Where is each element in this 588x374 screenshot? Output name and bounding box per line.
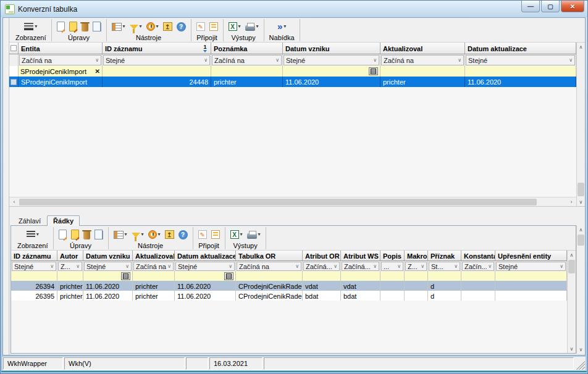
filter-operator[interactable]: Začíná na∨ [133,261,175,272]
column-header[interactable]: Tabulka OR [236,251,303,261]
column-header[interactable]: Makro [405,251,428,261]
filter-operator[interactable]: ...∨ [380,261,405,272]
edit-record-button[interactable] [69,22,77,31]
vertical-scrollbar[interactable]: ∧ ∨ [567,251,576,353]
transfer-button[interactable]: ↥ [165,230,174,239]
filter-operator-aktualizoval[interactable]: Začíná na∨ [380,54,465,66]
column-header-datum-aktualizace[interactable]: Datum aktualizace [465,43,576,54]
column-header[interactable]: Atribut OR [303,251,341,261]
column-header-id-zaznamu[interactable]: ID záznamu 1 [103,43,211,54]
attach-list-button[interactable] [209,22,218,31]
filter-button[interactable]: ▾ [132,232,144,238]
filter-button[interactable]: ▾ [130,24,142,30]
filter-value-poznamka[interactable] [211,66,283,77]
excel-export-button[interactable]: X▾ [229,22,241,31]
title-bar[interactable]: Konverzní tabulka — ▢ ✕ [1,1,587,17]
scroll-up-icon[interactable]: ∧ [577,225,585,234]
print-button[interactable]: ▾ [245,22,259,31]
filter-value[interactable] [175,272,236,281]
filter-operator[interactable]: Z...∨ [57,261,83,272]
filter-value[interactable] [11,272,57,281]
transfer-button[interactable]: ↥ [163,22,172,31]
column-header-aktualizoval[interactable]: Aktualizoval [380,43,465,54]
filter-operator[interactable]: Stejné∨ [495,261,567,272]
filter-operator[interactable]: Začíná...∨ [341,261,380,272]
resize-grip[interactable] [575,357,585,370]
filter-operator[interactable]: Začíná...∨ [303,261,341,272]
scrollbar-thumb[interactable] [578,183,584,196]
column-header[interactable]: Popis [380,251,405,261]
column-header[interactable]: Atribut WS [341,251,380,261]
scroll-right-icon[interactable]: › [566,197,576,206]
copy-record-button[interactable] [94,230,103,239]
attach-list-button[interactable] [211,230,220,239]
column-header[interactable]: ID záznamu [11,251,57,261]
tab-radky[interactable]: Řádky [47,215,80,226]
copy-record-button[interactable] [93,22,101,31]
help-button[interactable]: ? [178,230,188,239]
edit-record-button[interactable] [71,230,79,239]
filter-value-datum-vzniku[interactable] [283,66,380,77]
column-header[interactable]: Upřesnění entity [495,251,567,261]
filter-value[interactable] [303,272,341,281]
row-checkbox[interactable] [9,77,19,87]
calendar-picker-button[interactable] [224,272,233,280]
calendar-picker-button[interactable] [121,272,130,280]
filter-value-id[interactable] [103,66,211,77]
filter-operator-datum-vzniku[interactable]: Stejné∨ [283,54,380,66]
maximize-button[interactable]: ▢ [541,1,560,12]
filter-value[interactable] [380,272,405,281]
filter-operator[interactable]: St...∨ [428,261,461,272]
filter-operator-datum-aktualizace[interactable]: Stejné∨ [465,54,576,66]
filter-value[interactable] [133,272,175,281]
help-button[interactable]: ? [177,22,186,31]
table-row[interactable]: 26394 prichter 11.06.2020 prichter 11.06… [11,281,567,291]
filter-value-aktualizoval[interactable] [380,66,465,77]
column-header[interactable]: Datum aktualizace [175,251,236,261]
tab-zahlavi[interactable]: Záhlaví [12,215,47,226]
panel-scrollbar[interactable]: ∧ ∨ [576,225,585,354]
filter-value-datum-aktualizace[interactable] [465,66,576,77]
filter-operator-poznamka[interactable]: Začíná na∨ [211,54,283,66]
vertical-scrollbar[interactable]: ∧ ∨ [576,43,585,206]
scroll-down-icon[interactable]: ∨ [577,197,585,206]
filter-value[interactable] [461,272,495,281]
attach-edit-button[interactable]: ✎ [196,22,205,31]
new-record-button[interactable] [59,230,67,239]
column-header[interactable]: Konstanta [461,251,495,261]
view-dropdown-button[interactable]: ▾ [27,231,39,238]
column-header[interactable]: Aktualizoval [133,251,175,261]
filter-value[interactable] [236,272,303,281]
print-button[interactable]: ▾ [247,230,261,239]
table-row[interactable]: SProdejniCenikImport 24448 prichter 11.0… [9,77,576,87]
table-settings-button[interactable]: ▾ [112,23,125,31]
scroll-down-icon[interactable]: ∨ [577,345,585,354]
filter-value[interactable] [83,272,133,281]
scroll-up-icon[interactable]: ∧ [568,251,576,259]
select-all-checkbox[interactable] [9,43,19,54]
column-header[interactable]: Autor [57,251,83,261]
filter-operator[interactable]: Stejné∨ [11,261,57,272]
column-header-entita[interactable]: Entita [19,43,103,54]
filter-value[interactable] [341,272,380,281]
actions-button[interactable]: ▾ [146,22,159,31]
excel-export-button[interactable]: X▾ [230,230,243,239]
filter-operator[interactable]: Začín...∨ [461,261,495,272]
minimize-button[interactable]: — [521,1,540,12]
close-button[interactable]: ✕ [561,1,584,12]
filter-operator[interactable]: Začíná na∨ [236,261,303,272]
filter-value[interactable] [428,272,461,281]
filter-operator[interactable]: Stejné∨ [175,261,236,272]
column-header[interactable]: Datum vzniku [83,251,133,261]
filter-value[interactable] [405,272,428,281]
scrollbar-thumb[interactable] [568,260,575,273]
filter-value[interactable] [57,272,83,281]
column-header[interactable]: Příznak [428,251,461,261]
filter-operator[interactable]: Stejné∨ [83,261,133,272]
scroll-left-icon[interactable]: ‹ [9,197,19,206]
filter-operator[interactable]: Z...∨ [405,261,428,272]
scroll-up-icon[interactable]: ∧ [577,43,585,51]
clear-filter-icon[interactable]: ✕ [95,68,100,75]
horizontal-scrollbar[interactable]: ‹ › [9,197,576,206]
table-row[interactable]: 26395 prichter 11.06.2020 prichter 11.06… [11,291,567,301]
